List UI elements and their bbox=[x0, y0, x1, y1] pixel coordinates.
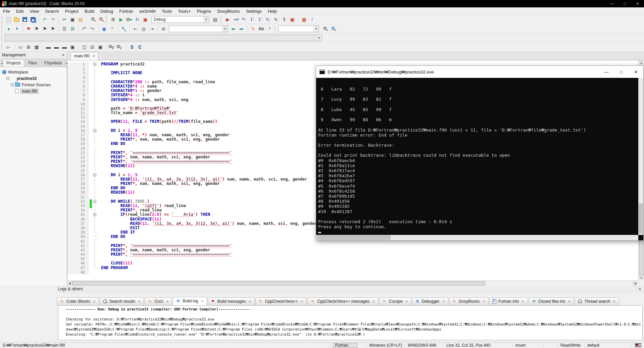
chevron-down-icon[interactable]: ▼ bbox=[203, 16, 209, 22]
paste-icon[interactable]: ▤ bbox=[77, 16, 84, 23]
menu-item-tools[interactable]: Tools bbox=[159, 8, 175, 14]
new-file-icon[interactable] bbox=[5, 16, 12, 23]
align-center-panel-icon[interactable]: ▬ bbox=[53, 43, 60, 51]
menu-item-plugins[interactable]: Plugins bbox=[194, 8, 214, 14]
rebuild-icon[interactable]: ↻ bbox=[134, 16, 141, 23]
step-out-icon[interactable]: ↥: bbox=[256, 16, 264, 23]
cut-icon[interactable]: ✂ bbox=[61, 16, 68, 23]
fold-box-icon[interactable] bbox=[93, 63, 96, 66]
replace-icon[interactable] bbox=[97, 16, 104, 23]
menu-item-help[interactable]: Help bbox=[265, 8, 280, 14]
step-into-instruction-icon[interactable]: ↯: bbox=[273, 16, 280, 23]
code-line[interactable]: 45 bbox=[67, 257, 638, 261]
toolbar-grip[interactable] bbox=[1, 16, 3, 22]
management-tab-fsymbols[interactable]: FSymbols bbox=[41, 59, 65, 67]
close-icon[interactable]: ✕ bbox=[613, 300, 616, 303]
goto-previous-changed-line-icon[interactable]: ⇠ bbox=[132, 25, 139, 33]
fullscreen-panel-icon[interactable]: ▣ bbox=[97, 43, 104, 51]
tree-item-main-f90[interactable]: main.f90 bbox=[1, 88, 67, 94]
window-minimize-button[interactable]: — bbox=[606, 0, 618, 7]
toolbar-grip[interactable] bbox=[220, 16, 222, 22]
console-window[interactable]: D:₩Fortran₩practice32₩bin₩Debug₩practice… bbox=[316, 66, 643, 240]
fold-box-icon[interactable] bbox=[93, 200, 96, 203]
menu-item-edit[interactable]: Edit bbox=[13, 8, 27, 14]
close-icon[interactable]: ✕ bbox=[638, 287, 641, 291]
toolbar-grip[interactable] bbox=[1, 44, 3, 50]
window-close-button[interactable]: ✕ bbox=[631, 0, 644, 7]
search-next-icon[interactable]: ➡ bbox=[238, 25, 245, 33]
menu-item-build[interactable]: Build bbox=[82, 8, 97, 14]
toggle-bookmark-icon[interactable]: ⚑ bbox=[25, 25, 32, 33]
split-vertical-icon[interactable]: ⊟ bbox=[89, 43, 96, 51]
log-tab-doxyblocks[interactable]: ✎DoxyBlocks✕ bbox=[449, 297, 489, 305]
scroll-left-icon[interactable]: ◀ bbox=[67, 281, 72, 286]
log-tab-code-blocks[interactable]: ✎Code::Blocks✕ bbox=[57, 297, 99, 305]
close-icon[interactable]: ✕ bbox=[483, 300, 485, 303]
regex-icon[interactable]: .* bbox=[265, 25, 273, 33]
save-all-icon[interactable] bbox=[29, 16, 37, 23]
debug-pause-icon[interactable]: ‖ bbox=[281, 16, 288, 23]
log-tab-debugger[interactable]: ⚙Debugger✕ bbox=[412, 297, 448, 305]
prev-bookmark-icon[interactable]: ⚑ bbox=[33, 25, 40, 33]
goto-marker-icon[interactable]: ◎ bbox=[140, 25, 147, 33]
close-icon[interactable]: ✕ bbox=[405, 300, 408, 303]
run-to-cursor-icon[interactable]: ⇥≡ bbox=[232, 16, 240, 23]
close-icon[interactable]: ✕ bbox=[442, 300, 445, 303]
doxygen-run-icon[interactable]: ◉ bbox=[100, 25, 108, 33]
toolbar-grip[interactable] bbox=[1, 35, 3, 41]
split-horizontal-icon[interactable]: ◫ bbox=[81, 43, 88, 51]
highlight-c-style-icon[interactable]: C bbox=[136, 43, 144, 51]
toolbar-grip[interactable] bbox=[106, 16, 107, 22]
next-instruction-icon[interactable]: ↻: bbox=[264, 16, 272, 23]
close-icon[interactable]: ✕ bbox=[522, 300, 524, 303]
scroll-right-icon[interactable]: ▶ bbox=[633, 281, 638, 286]
log-tab-cscope[interactable]: ✎Cscope✕ bbox=[379, 297, 411, 305]
window-maximize-button[interactable]: □ bbox=[618, 0, 631, 7]
log-tab-closed-files-list[interactable]: ↺Closed files list✕ bbox=[529, 297, 574, 305]
next-bookmark-icon[interactable]: ⚑ bbox=[41, 25, 48, 33]
statusbar-language-field[interactable]: Fortran bbox=[330, 343, 366, 348]
thread-search-options-icon[interactable] bbox=[329, 25, 336, 33]
help-icon[interactable]: ? bbox=[108, 25, 116, 33]
thread-search-combobox[interactable]: ▼ bbox=[278, 26, 319, 32]
menu-item-debug[interactable]: Debug bbox=[97, 8, 116, 14]
settings-wrench-icon[interactable]: 🔧 bbox=[120, 25, 128, 33]
scrollbar-thumb[interactable] bbox=[72, 281, 485, 286]
code-line[interactable]: 48 bbox=[67, 270, 638, 275]
compiler-options-icon[interactable]: ▤ bbox=[211, 16, 219, 23]
debug-info-icon[interactable]: i bbox=[308, 16, 316, 23]
close-icon[interactable]: ✕ bbox=[568, 300, 571, 303]
fold-box-icon[interactable] bbox=[93, 173, 96, 177]
incremental-search-combobox[interactable]: ▼ bbox=[169, 26, 228, 32]
thread-search-icon[interactable] bbox=[321, 25, 328, 33]
search-prev-icon[interactable]: ⬅ bbox=[230, 25, 237, 33]
code-line[interactable]: 47END PROGRAM bbox=[67, 266, 638, 270]
next-line-icon[interactable]: ↷: bbox=[240, 16, 248, 23]
console-close-button[interactable]: ✕ bbox=[629, 66, 643, 78]
nav-forward-icon[interactable]: ➧ bbox=[13, 25, 20, 33]
management-tab-files[interactable]: Files bbox=[25, 59, 40, 67]
code-line[interactable]: 44 PRINT*, '============================… bbox=[67, 252, 638, 257]
abort-build-icon[interactable]: ▣ bbox=[142, 16, 149, 23]
doxygen-block-comment-icon[interactable]: /** bbox=[81, 25, 88, 33]
table-tool-icon[interactable]: ▦ bbox=[33, 43, 40, 51]
goto-next-changed-line-icon[interactable]: ⇢ bbox=[148, 25, 155, 33]
debugging-windows-icon[interactable]: ▦ bbox=[300, 16, 308, 23]
clear-highlight-icon[interactable]: ⊘ bbox=[160, 25, 167, 33]
log-tab-search-results[interactable]: Search results✕ bbox=[100, 297, 144, 305]
align-left-panel-icon[interactable]: ▬ bbox=[45, 43, 52, 51]
grid-tool-icon[interactable]: ⊞ bbox=[25, 43, 32, 51]
highlight-occurrences-icon[interactable]: ✎ bbox=[249, 25, 257, 33]
copy-icon[interactable]: ▣ bbox=[69, 16, 76, 23]
tree-expander-icon[interactable] bbox=[6, 77, 9, 80]
management-tab-projects[interactable]: Projects bbox=[3, 59, 24, 67]
tree-item-fortran-sources[interactable]: Fortran Sources bbox=[1, 82, 67, 88]
console-titlebar[interactable]: D:₩Fortran₩practice32₩bin₩Debug₩practice… bbox=[316, 66, 643, 78]
close-icon[interactable]: ✕ bbox=[201, 299, 203, 303]
close-icon[interactable]: ✕ bbox=[138, 300, 141, 303]
scrollbar-thumb[interactable] bbox=[317, 235, 391, 240]
editor-tab-main-f90[interactable]: main.f90 ✕ bbox=[70, 52, 98, 60]
zoom-out-icon[interactable]: － bbox=[116, 43, 124, 51]
tree-item-practice32[interactable]: practice32 bbox=[1, 75, 67, 82]
align-right-panel-icon[interactable]: ▬ bbox=[61, 43, 68, 51]
